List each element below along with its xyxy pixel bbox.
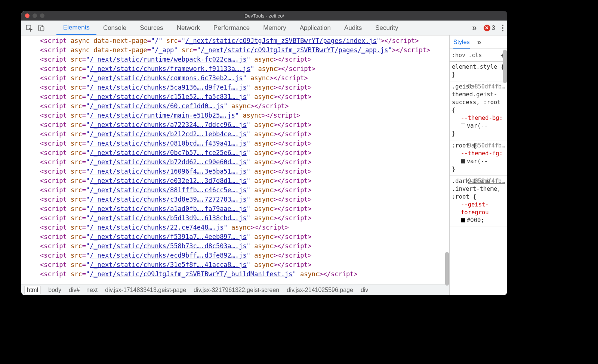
breadcrumb-5[interactable]: div.jsx-2141025596.page [287,287,353,293]
dom-tree[interactable]: <script async data-next-page="/" src="/_… [21,35,449,284]
settings-menu-icon[interactable] [502,25,503,31]
breadcrumb-0[interactable]: html [24,286,41,294]
dom-node[interactable]: <script src="/_next/static/chunks/16096f… [40,167,449,176]
dom-node[interactable]: <script src="/_next/static/chunks/a72232… [40,120,449,130]
inspect-element-icon[interactable] [25,24,33,32]
titlebar: DevTools - zeit.co/ [21,11,507,21]
dom-node[interactable]: <script src="/_next/static/chunks/a1ad0f… [40,204,449,214]
dom-node[interactable]: <script src="/_next/static/chunks/5ca913… [40,83,449,92]
dom-node[interactable]: <script src="/_next/static/chunks/b5d13d… [40,214,449,223]
dom-node[interactable]: <script src="/_next/static/chunks/0810bc… [40,139,449,148]
toolbar-right: » ✕ 3 [472,23,503,33]
dom-node[interactable]: <script src="/_next/static/chunks/e032e1… [40,176,449,186]
panel-tabs: ElementsConsoleSourcesNetworkPerformance… [56,21,405,35]
tab-audits[interactable]: Audits [337,21,369,35]
tab-sources[interactable]: Sources [133,21,170,35]
dom-node[interactable]: <script src="/_next/static/chunks/22.ce7… [40,223,449,232]
styles-panel: Styles » :hov .cls + element.style {}9a8… [449,35,507,295]
tab-security[interactable]: Security [369,21,405,35]
dom-node[interactable]: <script src="/_next/static/chunks/ecd9bf… [40,251,449,260]
breadcrumb-4[interactable]: div.jsx-3217961322.geist-screen [194,287,279,293]
rule-source-link[interactable]: 9a850df4fb… [468,142,505,150]
dom-node[interactable]: <script src="/_next/static/chunks/c151e5… [40,92,449,102]
scrollbar-thumb[interactable] [445,252,449,286]
tab-elements[interactable]: Elements [56,21,96,35]
styles-scrollbar-thumb[interactable] [503,50,507,83]
window-title: DevTools - zeit.co/ [244,13,284,19]
tab-console[interactable]: Console [96,21,133,35]
main: <script async data-next-page="/" src="/_… [21,35,507,295]
minimize-window-button[interactable] [33,13,37,18]
style-rule[interactable]: 9a850df4fb….geist-themed.geist-success, … [450,81,507,140]
breadcrumb-1[interactable]: body [48,287,61,293]
close-window-button[interactable] [25,13,30,18]
style-rule[interactable]: element.style {} [450,62,507,81]
cls-toggle[interactable]: .cls [468,52,482,59]
dom-node[interactable]: <script src="/_next/static/runtime/main-… [40,111,449,120]
device-toolbar-icon[interactable] [37,24,45,32]
styles-tabbar: Styles » [450,35,507,49]
zoom-window-button[interactable] [40,13,44,18]
dom-node[interactable]: <script src="/_next/static/runtime/webpa… [40,55,449,64]
dom-node[interactable]: <script src="/_next/static/chunks/common… [40,74,449,83]
error-count[interactable]: ✕ 3 [484,24,495,32]
dom-node[interactable]: <script async data-next-page="/" src="/_… [40,36,449,46]
breadcrumb-2[interactable]: div#__next [69,287,98,293]
traffic-lights [25,13,44,18]
style-rule[interactable]: 9a850df4fb….dark-theme .invert-theme, :r… [450,176,507,227]
dom-node[interactable]: <script src="/_next/static/chunks/881fff… [40,186,449,195]
breadcrumb-6[interactable]: div [361,287,368,293]
svg-rect-2 [41,27,44,31]
dom-node[interactable]: <script src="/_next/static/chunks/c3d8e3… [40,195,449,204]
dom-node[interactable]: <script src="/_next/static/chunks/f5391a… [40,232,449,242]
dom-node[interactable]: <script async data-next-page="/_app" src… [40,46,449,55]
tab-memory[interactable]: Memory [256,21,293,35]
dom-node[interactable]: <script src="/_next/static/chunks/31e5f8… [40,260,449,270]
tab-network[interactable]: Network [170,21,207,35]
styles-more-icon[interactable]: » [477,38,481,46]
dom-node[interactable]: <script src="/_next/static/cO9JtgJsfm_zS… [40,270,449,279]
dom-node[interactable]: <script src="/_next/static/chunks/framew… [40,64,449,74]
breadcrumb-bar: htmlbodydiv#__nextdiv.jsx-1714833413.gei… [21,284,449,295]
dom-node[interactable]: <script src="/_next/static/chunks/558b73… [40,242,449,251]
rule-source-link[interactable]: 9a850df4fb… [468,83,505,91]
devtools-toolbar: ElementsConsoleSourcesNetworkPerformance… [21,21,507,35]
styles-rules[interactable]: element.style {}9a850df4fb….geist-themed… [450,62,507,295]
devtools-window: DevTools - zeit.co/ ElementsConsoleSourc… [21,11,507,295]
dom-node[interactable]: <script src="/_next/static/chunks/b72dd6… [40,158,449,167]
styles-tab[interactable]: Styles [453,39,470,49]
dom-node[interactable]: <script src="/_next/static/chunks/0bc7b5… [40,148,449,158]
styles-filter-bar: :hov .cls + [450,49,507,62]
tab-performance[interactable]: Performance [207,21,256,35]
more-tabs-icon[interactable]: » [472,23,477,33]
dom-node[interactable]: <script src="/_next/static/chunks/60.cef… [40,102,449,111]
error-icon: ✕ [484,25,490,31]
rule-source-link[interactable]: 9a850df4fb… [468,177,505,185]
error-count-value: 3 [492,24,495,32]
elements-panel: <script async data-next-page="/" src="/_… [21,35,449,295]
style-rule[interactable]: 9a850df4fb…:root {--themed-fg:var(--} [450,140,507,176]
tab-application[interactable]: Application [293,21,337,35]
dom-node[interactable]: <script src="/_next/static/chunks/b212cd… [40,130,449,139]
breadcrumb-3[interactable]: div.jsx-1714833413.geist-page [105,287,186,293]
hov-toggle[interactable]: :hov [452,52,465,59]
